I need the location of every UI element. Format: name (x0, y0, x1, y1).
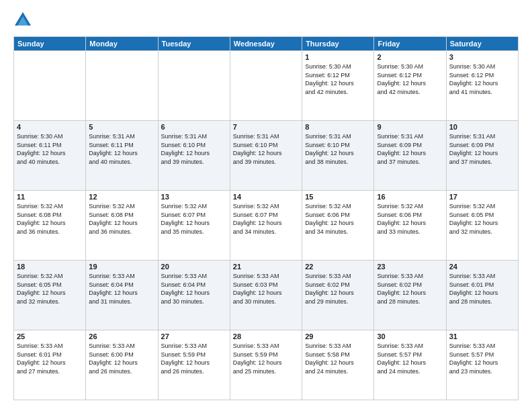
calendar-cell-3-1: 11Sunrise: 5:32 AM Sunset: 6:08 PM Dayli… (14, 191, 86, 261)
day-info: Sunrise: 5:33 AM Sunset: 5:57 PM Dayligh… (449, 342, 515, 375)
day-info: Sunrise: 5:31 AM Sunset: 6:09 PM Dayligh… (449, 132, 515, 166)
calendar-cell-3-7: 17Sunrise: 5:32 AM Sunset: 6:05 PM Dayli… (446, 191, 518, 261)
calendar-header-monday: Monday (86, 37, 158, 51)
calendar-cell-2-3: 6Sunrise: 5:31 AM Sunset: 6:10 PM Daylig… (158, 121, 230, 191)
page: SundayMondayTuesdayWednesdayThursdayFrid… (0, 0, 532, 411)
calendar-cell-3-4: 14Sunrise: 5:32 AM Sunset: 6:07 PM Dayli… (230, 191, 302, 261)
day-number: 1 (305, 53, 371, 61)
calendar-cell-3-5: 15Sunrise: 5:32 AM Sunset: 6:06 PM Dayli… (302, 191, 374, 261)
calendar-cell-3-6: 16Sunrise: 5:32 AM Sunset: 6:06 PM Dayli… (374, 191, 446, 261)
day-number: 25 (17, 332, 83, 340)
day-number: 15 (305, 193, 371, 201)
logo-icon (13, 11, 32, 30)
calendar-cell-1-6: 2Sunrise: 5:30 AM Sunset: 6:12 PM Daylig… (374, 51, 446, 121)
day-number: 11 (17, 193, 83, 201)
day-number: 19 (89, 263, 154, 271)
calendar-cell-1-3 (158, 51, 230, 121)
day-number: 7 (233, 123, 299, 131)
day-info: Sunrise: 5:33 AM Sunset: 6:04 PM Dayligh… (161, 272, 227, 306)
day-info: Sunrise: 5:31 AM Sunset: 6:09 PM Dayligh… (377, 132, 443, 166)
day-info: Sunrise: 5:32 AM Sunset: 6:06 PM Dayligh… (377, 202, 443, 236)
calendar-cell-3-2: 12Sunrise: 5:32 AM Sunset: 6:08 PM Dayli… (86, 191, 158, 261)
day-number: 29 (305, 332, 371, 340)
calendar-cell-4-3: 20Sunrise: 5:33 AM Sunset: 6:04 PM Dayli… (158, 261, 230, 330)
calendar-cell-4-6: 23Sunrise: 5:33 AM Sunset: 6:02 PM Dayli… (374, 261, 446, 330)
calendar-cell-5-7: 31Sunrise: 5:33 AM Sunset: 5:57 PM Dayli… (446, 330, 518, 400)
calendar-cell-5-3: 27Sunrise: 5:33 AM Sunset: 5:59 PM Dayli… (158, 330, 230, 400)
day-number: 6 (161, 123, 227, 131)
day-number: 10 (449, 123, 515, 131)
day-number: 14 (233, 193, 299, 201)
day-info: Sunrise: 5:31 AM Sunset: 6:10 PM Dayligh… (233, 132, 299, 166)
day-number: 27 (161, 332, 227, 340)
calendar-cell-1-4 (230, 51, 302, 121)
calendar-cell-4-1: 18Sunrise: 5:32 AM Sunset: 6:05 PM Dayli… (14, 261, 86, 330)
day-info: Sunrise: 5:33 AM Sunset: 6:02 PM Dayligh… (377, 272, 443, 306)
calendar-cell-1-2 (86, 51, 158, 121)
day-number: 2 (377, 53, 443, 61)
calendar-cell-4-2: 19Sunrise: 5:33 AM Sunset: 6:04 PM Dayli… (86, 261, 158, 330)
calendar-week-1: 1Sunrise: 5:30 AM Sunset: 6:12 PM Daylig… (14, 51, 519, 121)
day-info: Sunrise: 5:33 AM Sunset: 5:58 PM Dayligh… (305, 342, 371, 375)
day-info: Sunrise: 5:32 AM Sunset: 6:07 PM Dayligh… (233, 202, 299, 236)
day-info: Sunrise: 5:33 AM Sunset: 6:04 PM Dayligh… (89, 272, 154, 306)
day-info: Sunrise: 5:33 AM Sunset: 6:02 PM Dayligh… (305, 272, 371, 306)
day-number: 23 (377, 263, 443, 271)
day-info: Sunrise: 5:33 AM Sunset: 6:01 PM Dayligh… (17, 342, 83, 375)
day-info: Sunrise: 5:31 AM Sunset: 6:10 PM Dayligh… (161, 132, 227, 166)
calendar-cell-5-4: 28Sunrise: 5:33 AM Sunset: 5:59 PM Dayli… (230, 330, 302, 400)
calendar-header-friday: Friday (374, 37, 446, 51)
day-info: Sunrise: 5:31 AM Sunset: 6:11 PM Dayligh… (89, 132, 154, 166)
calendar-header-tuesday: Tuesday (158, 37, 230, 51)
day-number: 18 (17, 263, 83, 271)
day-number: 22 (305, 263, 371, 271)
day-info: Sunrise: 5:33 AM Sunset: 6:03 PM Dayligh… (233, 272, 299, 306)
calendar-header-row: SundayMondayTuesdayWednesdayThursdayFrid… (14, 37, 519, 51)
calendar-week-4: 18Sunrise: 5:32 AM Sunset: 6:05 PM Dayli… (14, 261, 519, 330)
day-info: Sunrise: 5:33 AM Sunset: 5:59 PM Dayligh… (161, 342, 227, 375)
day-info: Sunrise: 5:33 AM Sunset: 6:01 PM Dayligh… (449, 272, 515, 306)
calendar-cell-4-7: 24Sunrise: 5:33 AM Sunset: 6:01 PM Dayli… (446, 261, 518, 330)
day-number: 8 (305, 123, 371, 131)
day-info: Sunrise: 5:33 AM Sunset: 6:00 PM Dayligh… (89, 342, 154, 375)
calendar-cell-1-5: 1Sunrise: 5:30 AM Sunset: 6:12 PM Daylig… (302, 51, 374, 121)
day-number: 16 (377, 193, 443, 201)
day-info: Sunrise: 5:30 AM Sunset: 6:11 PM Dayligh… (17, 132, 83, 166)
calendar-cell-2-5: 8Sunrise: 5:31 AM Sunset: 6:10 PM Daylig… (302, 121, 374, 191)
day-number: 26 (89, 332, 154, 340)
calendar-header-thursday: Thursday (302, 37, 374, 51)
day-info: Sunrise: 5:32 AM Sunset: 6:08 PM Dayligh… (17, 202, 83, 236)
day-number: 9 (377, 123, 443, 131)
day-number: 17 (449, 193, 515, 201)
calendar-cell-2-2: 5Sunrise: 5:31 AM Sunset: 6:11 PM Daylig… (86, 121, 158, 191)
day-info: Sunrise: 5:30 AM Sunset: 6:12 PM Dayligh… (449, 62, 515, 96)
day-number: 31 (449, 332, 515, 340)
calendar-cell-2-1: 4Sunrise: 5:30 AM Sunset: 6:11 PM Daylig… (14, 121, 86, 191)
day-number: 13 (161, 193, 227, 201)
day-number: 3 (449, 53, 515, 61)
calendar-header-wednesday: Wednesday (230, 37, 302, 51)
calendar-cell-1-7: 3Sunrise: 5:30 AM Sunset: 6:12 PM Daylig… (446, 51, 518, 121)
day-number: 5 (89, 123, 154, 131)
day-info: Sunrise: 5:32 AM Sunset: 6:05 PM Dayligh… (449, 202, 515, 236)
calendar-cell-5-1: 25Sunrise: 5:33 AM Sunset: 6:01 PM Dayli… (14, 330, 86, 400)
calendar-week-3: 11Sunrise: 5:32 AM Sunset: 6:08 PM Dayli… (14, 191, 519, 261)
calendar-cell-2-7: 10Sunrise: 5:31 AM Sunset: 6:09 PM Dayli… (446, 121, 518, 191)
day-info: Sunrise: 5:30 AM Sunset: 6:12 PM Dayligh… (305, 62, 371, 96)
calendar-cell-2-4: 7Sunrise: 5:31 AM Sunset: 6:10 PM Daylig… (230, 121, 302, 191)
day-info: Sunrise: 5:30 AM Sunset: 6:12 PM Dayligh… (377, 62, 443, 96)
day-number: 28 (233, 332, 299, 340)
day-number: 30 (377, 332, 443, 340)
day-info: Sunrise: 5:33 AM Sunset: 5:57 PM Dayligh… (377, 342, 443, 375)
day-number: 20 (161, 263, 227, 271)
day-info: Sunrise: 5:31 AM Sunset: 6:10 PM Dayligh… (305, 132, 371, 166)
calendar-week-2: 4Sunrise: 5:30 AM Sunset: 6:11 PM Daylig… (14, 121, 519, 191)
calendar-cell-5-6: 30Sunrise: 5:33 AM Sunset: 5:57 PM Dayli… (374, 330, 446, 400)
calendar-cell-4-5: 22Sunrise: 5:33 AM Sunset: 6:02 PM Dayli… (302, 261, 374, 330)
day-number: 12 (89, 193, 154, 201)
calendar-cell-1-1 (14, 51, 86, 121)
calendar-cell-3-3: 13Sunrise: 5:32 AM Sunset: 6:07 PM Dayli… (158, 191, 230, 261)
day-info: Sunrise: 5:32 AM Sunset: 6:06 PM Dayligh… (305, 202, 371, 236)
calendar-cell-2-6: 9Sunrise: 5:31 AM Sunset: 6:09 PM Daylig… (374, 121, 446, 191)
day-info: Sunrise: 5:32 AM Sunset: 6:05 PM Dayligh… (17, 272, 83, 306)
